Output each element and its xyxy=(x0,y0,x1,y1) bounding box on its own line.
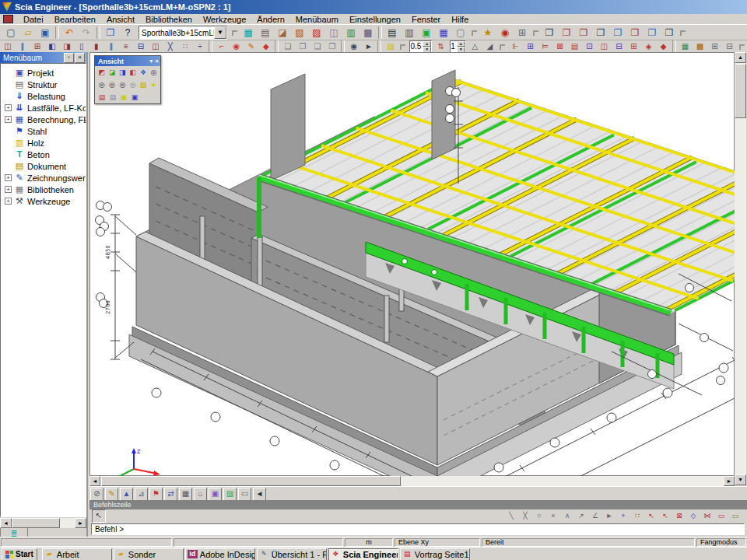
tree-item[interactable]: ▤ Struktur xyxy=(1,79,86,90)
expand-icon[interactable] xyxy=(5,93,12,100)
screenshot-icon[interactable]: ▣ xyxy=(419,26,434,40)
table-icon[interactable]: ▩ xyxy=(360,26,376,40)
load-case-icon[interactable]: ◫ xyxy=(598,40,611,53)
snap-cross-icon[interactable]: ╳ xyxy=(519,510,531,522)
chevron-down-icon[interactable]: ▾ xyxy=(149,58,153,65)
member-tool-icon[interactable]: ∥ xyxy=(16,40,29,53)
load-case-icon[interactable]: ⊞ xyxy=(524,40,537,53)
grid-view-icon[interactable]: ▦ xyxy=(179,488,192,501)
collapse-toolbar-icon[interactable]: ◄ xyxy=(253,488,266,501)
member-tool-icon[interactable]: ≡ xyxy=(119,40,132,53)
report-icon[interactable]: ▦ xyxy=(436,26,451,40)
load-case-icon[interactable]: ⊨ xyxy=(538,40,552,53)
view-x-icon[interactable]: ◩ xyxy=(96,67,107,78)
window-layout-icon[interactable]: ❐ xyxy=(576,26,591,40)
taskbar-button[interactable]: Id Adobe InDesign C... xyxy=(185,548,255,560)
selection-mode-icon[interactable]: △ xyxy=(468,40,482,53)
snap-mode-indicator[interactable]: Fangmodus xyxy=(696,538,746,547)
load-case-icon[interactable]: ⊩ xyxy=(509,40,522,53)
window-layout-icon[interactable]: ❐ xyxy=(627,26,643,40)
expand-icon[interactable]: + xyxy=(5,116,12,123)
result-icon[interactable]: ⊞ xyxy=(708,40,721,53)
ansicht-header[interactable]: Ansicht ▾ × xyxy=(95,56,160,66)
start-button[interactable]: Start xyxy=(2,548,37,560)
print-data-icon[interactable]: ▤ xyxy=(258,26,273,40)
load-case-icon[interactable]: ◆ xyxy=(657,40,670,53)
view-params-icon[interactable]: ▤ xyxy=(96,92,107,103)
result-icon[interactable]: ⊟ xyxy=(723,40,736,53)
separator[interactable] xyxy=(377,40,381,53)
snap-circle-icon[interactable]: ○ xyxy=(533,510,545,522)
separator[interactable] xyxy=(341,40,345,53)
menu-item[interactable]: Bearbeiten xyxy=(49,15,101,24)
tree-item[interactable]: ▣ Projekt xyxy=(1,67,86,79)
member-tool-icon[interactable]: ∷ xyxy=(178,40,191,53)
scale-spinner[interactable]: 0.5 ▲▼ xyxy=(409,40,432,54)
clipping-box-icon[interactable]: ▨ xyxy=(138,79,148,90)
clipboard-icon[interactable]: ❐ xyxy=(325,40,338,53)
menu-item[interactable]: Ändern xyxy=(251,15,289,24)
page-setup-icon[interactable]: ▢ xyxy=(453,26,468,40)
expand-icon[interactable] xyxy=(5,81,12,88)
cursor-snap-icon[interactable]: + xyxy=(617,510,630,522)
view-y-icon[interactable]: ◪ xyxy=(107,67,117,78)
spin-up-icon[interactable]: ▲ xyxy=(457,41,465,47)
axes-display-icon[interactable]: ⊿ xyxy=(135,488,148,501)
menu-item[interactable]: Ansicht xyxy=(101,15,140,24)
project-select[interactable]: Sporthalle3b+15cmLM ▼ xyxy=(139,26,227,40)
shading-icon[interactable]: ▣ xyxy=(209,488,222,501)
expand-icon[interactable] xyxy=(5,128,12,135)
command-input[interactable]: Befehl > xyxy=(91,523,745,535)
scroll-down-icon[interactable]: ▼ xyxy=(735,474,746,485)
home-view-icon[interactable]: ⌂ xyxy=(194,488,207,501)
snap-corner-icon[interactable]: ∠ xyxy=(589,510,601,522)
tree-item[interactable]: + ⇊ Lastfälle, LF-Kombination xyxy=(1,102,86,114)
member-tool-icon[interactable]: ◫ xyxy=(149,40,162,53)
load-case-icon[interactable]: ⊠ xyxy=(553,40,566,53)
load-case-icon[interactable]: ⊟ xyxy=(612,40,626,53)
viewport-canvas[interactable]: 4850 2700 z x y xyxy=(89,52,735,476)
separator[interactable] xyxy=(672,40,676,53)
chevron-down-icon[interactable]: ▼ xyxy=(214,26,226,39)
separator[interactable] xyxy=(232,30,237,36)
member-tool-icon[interactable]: ◫ xyxy=(1,40,14,53)
print-icon[interactable]: ▤ xyxy=(384,26,400,40)
tree-item[interactable]: ⇓ Belastung xyxy=(1,90,86,102)
separator[interactable] xyxy=(680,30,686,36)
snap-angle-icon[interactable]: ∧ xyxy=(561,510,573,522)
plane-snap-icon[interactable]: ▭ xyxy=(715,510,728,522)
taskbar-button[interactable]: ▰ Arbeit xyxy=(42,548,112,560)
scroll-right-icon[interactable]: ► xyxy=(724,476,735,486)
layout-icon[interactable]: ◫ xyxy=(326,26,342,40)
save-icon[interactable]: ▣ xyxy=(37,26,53,40)
gallery-icon[interactable]: ◪ xyxy=(275,26,290,40)
view-params-icon[interactable]: ▤ xyxy=(107,92,118,103)
scroll-thumb[interactable] xyxy=(101,476,401,486)
scroll-left-icon[interactable]: ◄ xyxy=(0,518,12,528)
surface-icon[interactable]: ▲ xyxy=(120,488,133,501)
scale-swap-icon[interactable]: ⇅ xyxy=(434,40,447,53)
close-icon[interactable]: × xyxy=(75,53,85,63)
panel-icon[interactable]: ▭ xyxy=(238,488,251,501)
load-case-icon[interactable]: ⊡ xyxy=(583,40,596,53)
window-layout-icon[interactable]: ❐ xyxy=(610,26,626,40)
snap-delete-icon[interactable]: × xyxy=(547,510,559,522)
project-data-icon[interactable]: ▦ xyxy=(240,26,256,40)
separator[interactable] xyxy=(55,26,59,39)
redo-icon[interactable]: ↷ xyxy=(79,26,94,40)
walk-view-icon[interactable]: ❖ xyxy=(138,67,148,78)
window-layout-icon[interactable]: ❐ xyxy=(542,26,557,40)
result-icon[interactable]: ▦ xyxy=(679,40,692,53)
tree-item[interactable]: ▤ Dokument xyxy=(1,160,86,172)
wireframe-icon[interactable]: ⊘ xyxy=(90,488,103,501)
window-layout-icon[interactable]: ❐ xyxy=(644,26,660,40)
tree-item[interactable]: + ▦ Berechnung, FE-Netz xyxy=(1,114,86,125)
selection-mode-icon[interactable]: ◢ xyxy=(483,40,496,53)
separator[interactable] xyxy=(378,26,382,39)
zoom-window-icon[interactable]: ◎ xyxy=(117,79,128,90)
load-tool-icon[interactable]: ⌐ xyxy=(215,40,228,53)
expand-icon[interactable] xyxy=(5,69,12,76)
undo-icon[interactable]: ↶ xyxy=(61,26,77,40)
tree-item[interactable]: T Beton xyxy=(1,149,86,160)
axo-view-icon[interactable]: ◧ xyxy=(128,67,138,78)
